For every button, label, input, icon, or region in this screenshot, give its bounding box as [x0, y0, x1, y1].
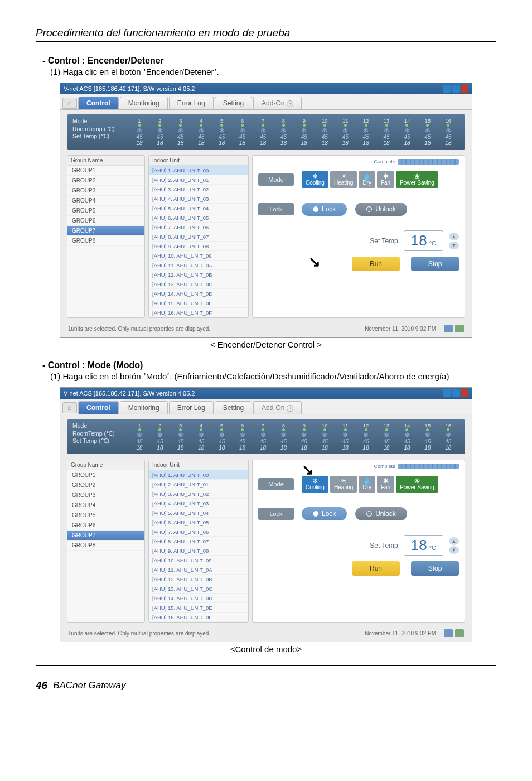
group-item-selected[interactable]: GROUP7 — [67, 531, 144, 541]
unit-item[interactable]: [AHU] 12. AHU_UNIT_0B — [149, 575, 248, 584]
tab-control[interactable]: Control — [78, 401, 119, 414]
unit-item[interactable]: [AHU] 10. AHU_UNIT_09 — [149, 556, 248, 565]
tab-monitoring[interactable]: Monitoring — [120, 401, 168, 414]
unit-item[interactable]: [AHU] 15. AHU_UNIT_0E — [149, 298, 248, 308]
mode-dry-button[interactable]: 💧Dry — [359, 171, 375, 188]
unit-item[interactable]: [AHU] 13. AHU_UNIT_0C — [149, 584, 248, 594]
group-item[interactable]: GROUP6 — [67, 216, 144, 226]
group-item[interactable]: GROUP8 — [67, 541, 144, 551]
window-close-icon[interactable] — [461, 85, 468, 93]
unit-item-selected[interactable]: [AHU] 1. AHU_UNIT_00 — [149, 166, 248, 175]
unit-item[interactable]: [AHU] 12. AHU_UNIT_0B — [149, 270, 248, 279]
unit-item[interactable]: [AHU] 9. AHU_UNIT_08 — [149, 242, 248, 251]
unit-item[interactable]: [AHU] 13. AHU_UNIT_0C — [149, 279, 248, 289]
group-item[interactable]: GROUP4 — [67, 196, 144, 206]
unit-item[interactable]: [AHU] 4. AHU_UNIT_03 — [149, 194, 248, 204]
unit-item[interactable]: [AHU] 5. AHU_UNIT_04 — [149, 204, 248, 213]
group-item[interactable]: GROUP4 — [67, 500, 144, 510]
group-item-selected[interactable]: GROUP7 — [67, 226, 144, 236]
mode-heating-button[interactable]: ☀Heating — [330, 476, 357, 493]
unit-item[interactable]: [AHU] 7. AHU_UNIT_06 — [149, 223, 248, 232]
mode-cooling-button[interactable]: ❄Cooling — [302, 171, 328, 188]
unit-item[interactable]: [AHU] 11. AHU_UNIT_0A — [149, 565, 248, 575]
plus-icon: + — [287, 100, 293, 107]
unit-item[interactable]: [AHU] 16. AHU_UNIT_0F — [149, 308, 248, 317]
tab-errorlog[interactable]: Error Log — [169, 401, 214, 414]
unit-item[interactable]: [AHU] 2. AHU_UNIT_01 — [149, 480, 248, 489]
group-item[interactable]: GROUP5 — [67, 206, 144, 216]
mode-fan-button[interactable]: ✱Fan — [377, 171, 394, 188]
window-maximize-icon[interactable] — [452, 389, 460, 397]
group-item[interactable]: GROUP3 — [67, 186, 144, 196]
unit-item[interactable]: [AHU] 5. AHU_UNIT_04 — [149, 508, 248, 518]
footer-icon[interactable] — [444, 325, 453, 332]
tab-addon[interactable]: Add-On+ — [253, 401, 302, 414]
run-button[interactable]: Run — [352, 561, 400, 576]
unit-item[interactable]: [AHU] 15. AHU_UNIT_0E — [149, 603, 248, 613]
tab-addon[interactable]: Add-On+ — [253, 97, 302, 109]
lock-label: Lock — [258, 203, 294, 215]
tab-setting[interactable]: Setting — [215, 401, 252, 414]
window-close-icon[interactable] — [461, 389, 468, 397]
home-icon[interactable]: ⌂ — [62, 402, 77, 413]
unit-item[interactable]: [AHU] 4. AHU_UNIT_03 — [149, 499, 248, 508]
lock-radio[interactable]: Lock — [302, 507, 347, 520]
footer-icon[interactable] — [455, 629, 464, 637]
unit-item[interactable]: [AHU] 3. AHU_UNIT_02 — [149, 185, 248, 194]
status-strip: Mode RoomTemp (℃) Set Temp (℃) 1❄4518 2❄… — [67, 114, 465, 150]
unit-panel: Indoor Unit [AHU] 1. AHU_UNIT_00 [AHU] 2… — [148, 155, 249, 318]
group-item[interactable]: GROUP1 — [67, 166, 144, 176]
unit-item[interactable]: [AHU] 16. AHU_UNIT_0F — [149, 613, 248, 622]
section2-sub: (1) Haga clic en el botón ʻModoʼ. (Enfri… — [50, 372, 496, 382]
run-button[interactable]: Run — [352, 257, 400, 271]
footer-icon[interactable] — [444, 629, 453, 637]
temp-up-button[interactable]: ▲ — [449, 233, 459, 240]
unit-item[interactable]: [AHU] 8. AHU_UNIT_07 — [149, 537, 248, 546]
group-item[interactable]: GROUP3 — [67, 490, 144, 500]
unit-item[interactable]: [AHU] 10. AHU_UNIT_09 — [149, 251, 248, 261]
unlock-radio[interactable]: Unlock — [355, 203, 407, 216]
mode-dry-button[interactable]: 💧Dry — [359, 476, 375, 493]
tab-control[interactable]: Control — [78, 97, 119, 109]
unit-item[interactable]: [AHU] 14. AHU_UNIT_0D — [149, 594, 248, 603]
window-minimize-icon[interactable] — [443, 85, 451, 93]
unit-item[interactable]: [AHU] 6. AHU_UNIT_05 — [149, 518, 248, 527]
unit-item[interactable]: [AHU] 8. AHU_UNIT_07 — [149, 232, 248, 242]
mode-heating-button[interactable]: ☀Heating — [330, 171, 357, 188]
home-icon[interactable]: ⌂ — [62, 98, 77, 109]
lock-radio[interactable]: Lock — [302, 203, 347, 216]
settemp-label: Set Temp — [370, 542, 398, 549]
group-item[interactable]: GROUP1 — [67, 470, 144, 480]
tab-errorlog[interactable]: Error Log — [169, 97, 214, 109]
group-item[interactable]: GROUP2 — [67, 176, 144, 186]
temp-down-button[interactable]: ▼ — [449, 242, 459, 249]
footer-icon[interactable] — [455, 325, 464, 332]
stop-button[interactable]: Stop — [411, 257, 459, 271]
mode-fan-button[interactable]: ✱Fan — [377, 476, 394, 493]
group-item[interactable]: GROUP2 — [67, 480, 144, 490]
strip-settemp-label: Set Temp (℃) — [72, 133, 128, 141]
mode-cooling-button[interactable]: ❄Cooling — [302, 476, 328, 493]
stop-button[interactable]: Stop — [411, 561, 459, 576]
tab-setting[interactable]: Setting — [215, 97, 252, 109]
unit-item-selected[interactable]: [AHU] 1. AHU_UNIT_00 — [149, 470, 248, 480]
mode-powersaving-button[interactable]: ❀Power Saving — [396, 476, 438, 493]
temp-unit: °C — [429, 240, 436, 247]
unit-item[interactable]: [AHU] 11. AHU_UNIT_0A — [149, 261, 248, 270]
unlock-radio[interactable]: Unlock — [355, 507, 407, 520]
unit-item[interactable]: [AHU] 3. AHU_UNIT_02 — [149, 489, 248, 499]
unit-item[interactable]: [AHU] 7. AHU_UNIT_06 — [149, 527, 248, 537]
tab-monitoring[interactable]: Monitoring — [120, 97, 168, 109]
group-item[interactable]: GROUP5 — [67, 510, 144, 520]
window-maximize-icon[interactable] — [452, 85, 460, 93]
window-minimize-icon[interactable] — [443, 389, 451, 397]
group-item[interactable]: GROUP8 — [67, 236, 144, 246]
unit-item[interactable]: [AHU] 6. AHU_UNIT_05 — [149, 213, 248, 223]
unit-item[interactable]: [AHU] 14. AHU_UNIT_0D — [149, 289, 248, 298]
mode-powersaving-button[interactable]: ❀Power Saving — [396, 171, 438, 188]
unit-item[interactable]: [AHU] 9. AHU_UNIT_08 — [149, 546, 248, 556]
unit-item[interactable]: [AHU] 2. AHU_UNIT_01 — [149, 175, 248, 185]
group-item[interactable]: GROUP6 — [67, 520, 144, 531]
temp-up-button[interactable]: ▲ — [449, 537, 459, 545]
temp-down-button[interactable]: ▼ — [449, 546, 459, 554]
